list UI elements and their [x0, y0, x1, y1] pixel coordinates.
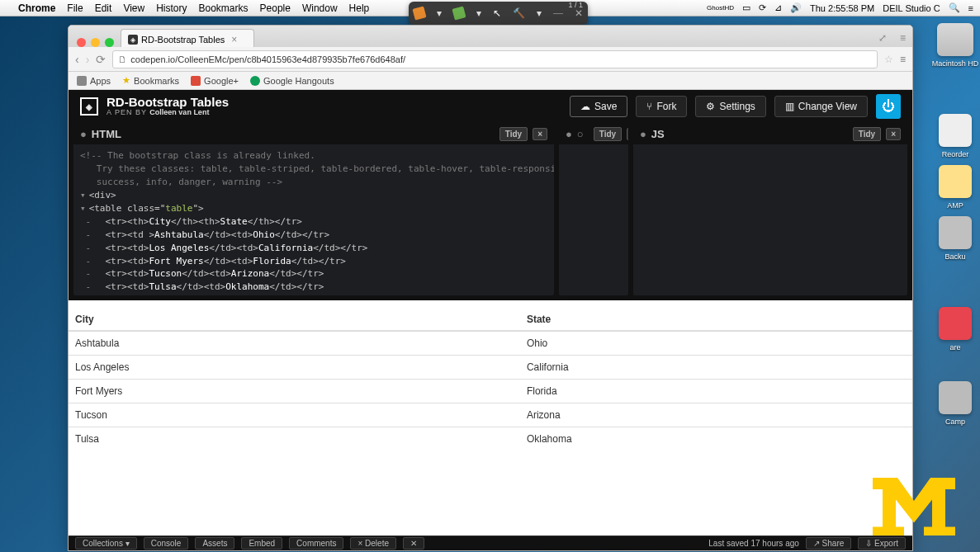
clock[interactable]: Thu 2:55:58 PM	[810, 3, 874, 13]
bookmark-apps[interactable]: Apps	[77, 76, 111, 86]
menu-people[interactable]: People	[260, 2, 291, 14]
are-icon[interactable]	[939, 307, 972, 340]
apps-icon	[77, 76, 87, 86]
save-button[interactable]: ☁Save	[570, 96, 627, 117]
css-editor[interactable]	[559, 144, 628, 295]
reorder-icon[interactable]	[939, 114, 972, 147]
hammer-icon[interactable]: 🔨	[513, 7, 525, 19]
js-editor[interactable]	[633, 144, 907, 295]
pen-byline: A PEN BY Colleen van Lent	[107, 109, 229, 117]
tidy-css-button[interactable]: Tidy	[594, 127, 622, 141]
close-html-button[interactable]: ×	[533, 128, 547, 140]
page-info-icon[interactable]: 🗋	[118, 54, 127, 64]
bookmarks-bar: Apps ★Bookmarks Google+ Google Hangouts	[69, 72, 912, 90]
pen-green-icon[interactable]	[452, 6, 466, 20]
tab-title: RD-Bootstrap Tables	[141, 35, 225, 45]
console-button[interactable]: Console	[144, 537, 189, 550]
spotlight-icon[interactable]: 🔍	[949, 2, 960, 13]
preview-pane: City State AshtabulaOhio Los AngelesCali…	[69, 300, 912, 535]
close-footer-button[interactable]: ✕	[403, 537, 424, 550]
sync-icon[interactable]: ⟳	[759, 2, 766, 13]
tidy-js-button[interactable]: Tidy	[853, 127, 881, 141]
forward-icon[interactable]: ›	[86, 53, 90, 66]
favicon-icon: ◈	[128, 35, 138, 45]
display-icon[interactable]: ▭	[742, 2, 750, 13]
pane-title-html: HTML	[92, 128, 121, 140]
amp-icon[interactable]	[939, 165, 972, 198]
volume-icon[interactable]: 🔊	[790, 2, 802, 13]
amp-label: AMP	[947, 201, 963, 210]
bookmark-googleplus[interactable]: Google+	[191, 76, 239, 86]
fork-button[interactable]: ⑂Fork	[636, 96, 687, 117]
close-icon[interactable]: ✕	[575, 7, 583, 19]
tabs-menu-icon[interactable]: ≡	[893, 29, 912, 47]
camp-icon[interactable]	[939, 381, 972, 414]
tab-close-icon[interactable]: ×	[231, 34, 237, 45]
url-text: codepen.io/ColleenEMc/pen/c8b4015963e4d8…	[130, 54, 405, 64]
minimize-icon[interactable]: —	[553, 7, 563, 19]
change-view-button[interactable]: ▥Change View	[774, 96, 868, 117]
backu-icon[interactable]	[939, 216, 972, 249]
menu-help[interactable]: Help	[349, 2, 370, 14]
comments-button[interactable]: Comments	[289, 537, 343, 550]
menu-history[interactable]: History	[156, 2, 187, 14]
menu-window[interactable]: Window	[302, 2, 338, 14]
hangouts-icon	[250, 76, 260, 86]
profile-button[interactable]: ⏻	[876, 94, 901, 119]
menu-file[interactable]: File	[67, 2, 83, 14]
settings-button[interactable]: ⚙Settings	[695, 96, 765, 117]
page-indicator: 1 / 1	[568, 1, 583, 9]
star-icon[interactable]: ☆	[884, 54, 893, 65]
pane-expand-icon[interactable]: ○	[577, 128, 584, 140]
cloud-icon: ☁	[580, 101, 590, 112]
collections-button[interactable]: Collections ▾	[75, 537, 137, 550]
pane-gear-icon[interactable]: ●	[640, 128, 646, 140]
table-row: AshtabulaOhio	[69, 331, 912, 356]
last-saved: Last saved 17 hours ago	[708, 539, 799, 548]
codepen-logo-icon[interactable]: ◈	[80, 97, 98, 116]
codepen-header: ◈ RD-Bootstrap Tables A PEN BY Colleen v…	[69, 90, 912, 123]
power-icon: ⏻	[882, 99, 895, 114]
back-icon[interactable]: ‹	[75, 53, 79, 66]
html-editor[interactable]: <!-- The bootstrap class is already link…	[73, 144, 554, 295]
html-pane: ● HTML Tidy × <!-- The bootstrap class i…	[73, 123, 554, 295]
delete-button[interactable]: × Delete	[350, 537, 396, 550]
backu-label: Backu	[944, 252, 965, 261]
pen-orange-icon[interactable]	[412, 6, 426, 20]
notification-icon[interactable]: ≡	[968, 3, 973, 13]
hamburger-icon[interactable]: ≡	[900, 54, 906, 65]
assets-button[interactable]: Assets	[195, 537, 234, 550]
bookmark-bookmarks[interactable]: ★Bookmarks	[122, 75, 179, 86]
are-label: are	[949, 343, 960, 351]
bookmark-hangouts[interactable]: Google Hangouts	[250, 76, 334, 86]
close-js-button[interactable]: ×	[886, 128, 901, 140]
user-name[interactable]: DEIL Studio C	[883, 3, 940, 13]
window-close-icon[interactable]	[77, 38, 86, 47]
wifi-icon[interactable]: ⊿	[774, 2, 782, 13]
export-button[interactable]: ⇩ Export	[858, 537, 906, 550]
codepen-footer: Collections ▾ Console Assets Embed Comme…	[69, 535, 912, 550]
url-input[interactable]: 🗋 codepen.io/ColleenEMc/pen/c8b4015963e4…	[112, 50, 878, 68]
editor-row: ● HTML Tidy × <!-- The bootstrap class i…	[69, 123, 912, 300]
window-zoom-icon[interactable]	[105, 38, 114, 47]
reload-icon[interactable]: ⟳	[96, 53, 106, 66]
pane-gear-icon[interactable]: ●	[566, 128, 572, 140]
menu-edit[interactable]: Edit	[95, 2, 112, 14]
michigan-logo-icon	[873, 478, 955, 535]
fullscreen-icon[interactable]: ⤢	[872, 29, 893, 47]
browser-tab[interactable]: ◈ RD-Bootstrap Tables ×	[121, 29, 254, 47]
tidy-html-button[interactable]: Tidy	[499, 127, 528, 141]
embed-button[interactable]: Embed	[241, 537, 282, 550]
cursor-icon[interactable]: ↖	[493, 7, 501, 19]
pane-gear-icon[interactable]: ●	[80, 128, 87, 140]
annotation-toolbar[interactable]: ▾ ▾ ↖ 🔨▾ — ✕ 1 / 1	[409, 2, 588, 25]
menu-app[interactable]: Chrome	[18, 2, 55, 14]
close-css-button[interactable]: ×	[627, 128, 628, 140]
window-minimize-icon[interactable]	[91, 38, 100, 47]
share-button[interactable]: ↗ Share	[806, 537, 851, 550]
camp-label: Camp	[945, 418, 965, 426]
menu-bookmarks[interactable]: Bookmarks	[199, 2, 249, 14]
css-pane: ● ○ Tidy ×	[559, 123, 628, 295]
menu-view[interactable]: View	[123, 2, 144, 14]
hd-icon[interactable]	[937, 23, 973, 56]
